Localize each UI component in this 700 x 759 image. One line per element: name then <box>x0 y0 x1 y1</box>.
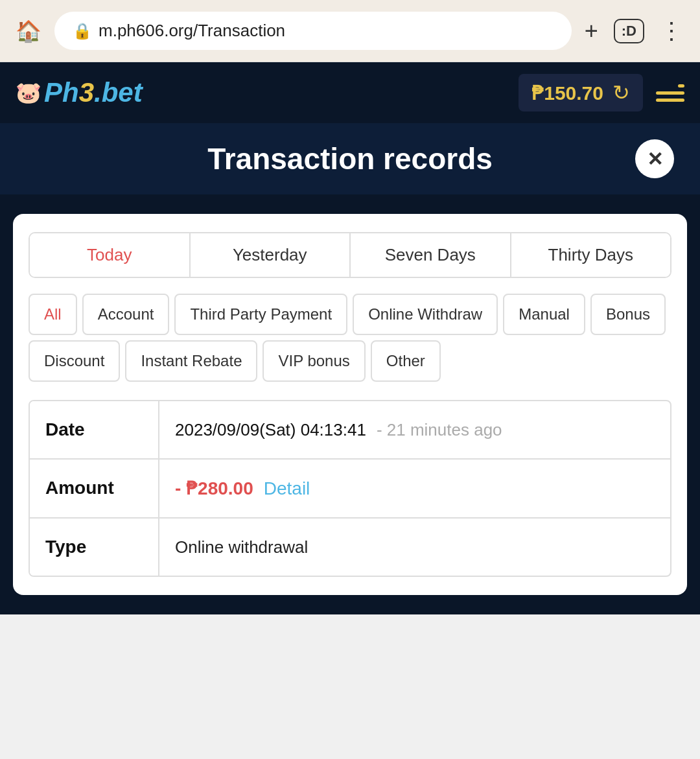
cat-discount[interactable]: Discount <box>29 340 120 382</box>
url-bar[interactable]: 🔒 m.ph606.org/Transaction <box>54 12 572 50</box>
header-right: ₱150.70 ↻ <box>519 74 684 111</box>
cat-instant-rebate[interactable]: Instant Rebate <box>125 340 257 382</box>
cat-other[interactable]: Other <box>371 340 441 382</box>
balance-amount: ₱150.70 <box>531 82 603 104</box>
date-value: 2023/09/09(Sat) 04:13:41 - 21 minutes ag… <box>159 401 670 458</box>
main-content: Today Yesterday Seven Days Thirty Days A… <box>0 194 700 614</box>
amount-label: Amount <box>30 460 159 517</box>
logo[interactable]: 🐷 Ph3.bet <box>16 77 143 108</box>
transaction-table: Date 2023/09/09(Sat) 04:13:41 - 21 minut… <box>29 400 671 577</box>
tab-yesterday[interactable]: Yesterday <box>191 233 351 277</box>
refresh-icon[interactable]: ↻ <box>612 80 630 105</box>
filter-card: Today Yesterday Seven Days Thirty Days A… <box>13 214 687 595</box>
menu-icon[interactable] <box>656 84 684 102</box>
logo-emoji: 🐷 <box>16 80 41 105</box>
amount-value: - ₱280.00 Detail <box>159 460 670 517</box>
table-row-type: Type Online withdrawal <box>30 519 670 576</box>
browser-chrome: 🏠 🔒 m.ph606.org/Transaction + :D ⋮ <box>0 0 700 62</box>
browser-actions: + :D ⋮ <box>585 18 684 45</box>
emoji-button[interactable]: :D <box>614 19 644 43</box>
table-row-amount: Amount - ₱280.00 Detail <box>30 460 670 519</box>
tab-thirty-days[interactable]: Thirty Days <box>511 233 671 277</box>
detail-link[interactable]: Detail <box>264 478 310 499</box>
date-tabs: Today Yesterday Seven Days Thirty Days <box>29 232 671 278</box>
type-label: Type <box>30 519 159 576</box>
browser-menu-button[interactable]: ⋮ <box>660 18 684 45</box>
table-row-date: Date 2023/09/09(Sat) 04:13:41 - 21 minut… <box>30 401 670 460</box>
type-value: Online withdrawal <box>159 519 670 576</box>
tab-seven-days[interactable]: Seven Days <box>351 233 511 277</box>
date-label: Date <box>30 401 159 458</box>
home-icon[interactable]: 🏠 <box>16 19 41 43</box>
cat-online-withdraw[interactable]: Online Withdraw <box>353 294 498 335</box>
cat-account[interactable]: Account <box>82 294 170 335</box>
close-button[interactable]: ✕ <box>635 139 674 178</box>
lock-icon: 🔒 <box>73 22 92 40</box>
cat-manual[interactable]: Manual <box>503 294 585 335</box>
app-header: 🐷 Ph3.bet ₱150.70 ↻ <box>0 62 700 123</box>
balance-box: ₱150.70 ↻ <box>519 74 643 111</box>
new-tab-button[interactable]: + <box>585 18 598 45</box>
type-text: Online withdrawal <box>175 537 308 557</box>
cat-all[interactable]: All <box>29 294 77 335</box>
date-main: 2023/09/09(Sat) 04:13:41 <box>175 420 366 440</box>
cat-bonus[interactable]: Bonus <box>590 294 666 335</box>
date-relative: - 21 minutes ago <box>377 420 502 440</box>
cat-third-party[interactable]: Third Party Payment <box>174 294 347 335</box>
cat-vip-bonus[interactable]: VIP bonus <box>262 340 365 382</box>
amount-negative: - ₱280.00 <box>175 478 253 499</box>
page-title: Transaction records <box>207 141 493 176</box>
title-bar: Transaction records ✕ <box>0 123 700 194</box>
category-filters: All Account Third Party Payment Online W… <box>29 294 671 382</box>
tab-today[interactable]: Today <box>30 233 191 277</box>
logo-text: Ph3.bet <box>44 77 143 108</box>
url-text: m.ph606.org/Transaction <box>99 21 285 41</box>
